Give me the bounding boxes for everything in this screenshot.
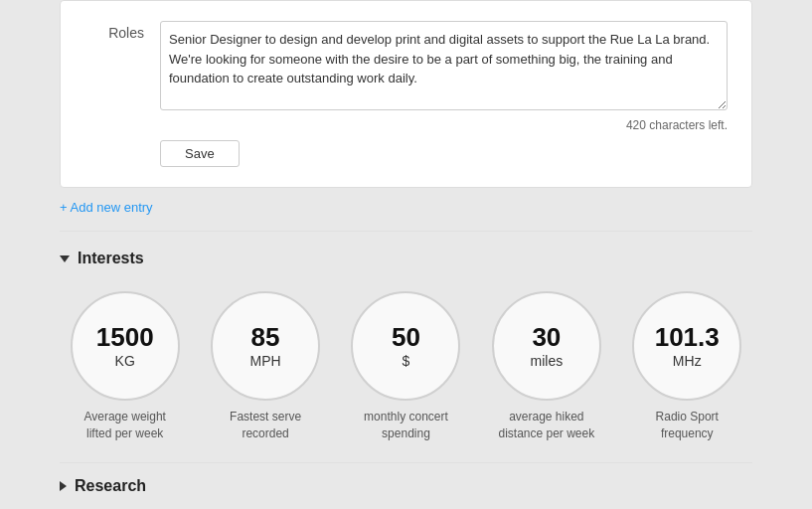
roles-label: Roles: [84, 21, 144, 41]
stat-number-mhz: 101.3: [655, 323, 720, 352]
stat-unit-miles: miles: [531, 353, 564, 369]
stat-unit-concert: $: [403, 353, 410, 369]
stat-number-weight: 1500: [96, 323, 154, 352]
chevron-down-icon: [60, 255, 70, 262]
stat-label-concert: monthly concert spending: [351, 409, 460, 442]
stat-circle-concert: 50 $: [351, 291, 460, 401]
chevron-right-icon-research: [60, 481, 67, 491]
stat-number-mph: 85: [251, 323, 280, 352]
stat-circle-mph: 85 MPH: [211, 291, 320, 401]
add-entry-link[interactable]: + Add new entry: [60, 188, 752, 227]
stat-item-miles: 30 miles average hiked distance per week: [492, 291, 601, 442]
research-section: Research: [60, 462, 752, 509]
interests-section-header[interactable]: Interests: [60, 236, 752, 281]
stat-number-miles: 30: [532, 323, 561, 352]
stat-item-weight: 1500 KG Average weight lifted per week: [71, 291, 180, 442]
stat-unit-weight: KG: [115, 353, 135, 369]
char-count: 420 characters left.: [84, 118, 728, 132]
interests-content: 1500 KG Average weight lifted per week 8…: [60, 281, 752, 462]
stat-label-mph: Fastest serve recorded: [211, 409, 320, 442]
stat-unit-mhz: MHz: [673, 353, 702, 369]
stat-item-mhz: 101.3 MHz Radio Sport frequency: [632, 291, 741, 442]
section-divider-interests: [60, 231, 752, 232]
research-section-header[interactable]: Research: [60, 463, 752, 509]
stat-label-weight: Average weight lifted per week: [71, 409, 180, 442]
stat-circle-mhz: 101.3 MHz: [632, 291, 741, 401]
stat-item-concert: 50 $ monthly concert spending: [351, 291, 460, 442]
stats-row: 1500 KG Average weight lifted per week 8…: [60, 291, 752, 442]
save-button[interactable]: Save: [160, 140, 240, 167]
stat-circle-miles: 30 miles: [492, 291, 601, 401]
interests-title: Interests: [78, 250, 144, 267]
research-title: Research: [75, 477, 146, 495]
stat-item-mph: 85 MPH Fastest serve recorded: [211, 291, 320, 442]
roles-textarea[interactable]: Senior Designer to design and develop pr…: [160, 21, 728, 110]
stat-label-mhz: Radio Sport frequency: [632, 409, 741, 442]
stat-unit-mph: MPH: [250, 353, 281, 369]
stat-label-miles: average hiked distance per week: [492, 409, 601, 442]
stat-circle-weight: 1500 KG: [71, 291, 180, 401]
stat-number-concert: 50: [392, 323, 420, 352]
